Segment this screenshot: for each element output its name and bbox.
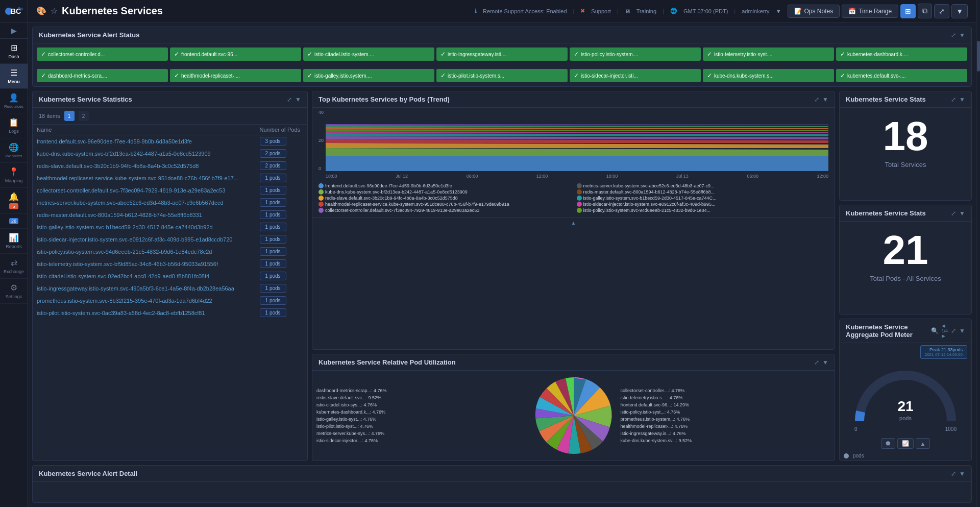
alert-item-6[interactable]: ✓kubernetes-dashboard.k.... (836, 47, 967, 61)
service-name-cell: istio-policy.istio-system.svc-94d6eeeb-2… (33, 246, 256, 258)
support-link[interactable]: Support (591, 8, 611, 14)
layout-button[interactable]: ⧉ (918, 4, 932, 18)
collapse-trend-icon[interactable]: ▼ (822, 96, 828, 103)
sidebar-item-reports[interactable]: 📊 Reports (0, 229, 28, 254)
total-services-panel: Kubernetes Service Stats ⤢ ▼ 18 Total Se… (839, 91, 972, 201)
expand-rel-icon[interactable]: ⤢ (814, 359, 819, 366)
service-name-link[interactable]: healthmodel-replicaset-service.kube-syst… (37, 175, 238, 181)
pods-badge: 1 pods (260, 247, 286, 256)
training-link[interactable]: Training (636, 8, 656, 14)
user-dropdown-icon[interactable]: ▼ (776, 8, 781, 14)
expand-button[interactable]: ⤢ (934, 4, 949, 18)
page-2-btn[interactable]: 2 (79, 111, 89, 121)
sidebar-item-websites[interactable]: 🌐 Websites (0, 138, 28, 163)
page-1-btn[interactable]: 1 (64, 111, 75, 121)
pie-label-r6: istio-ingressgateway.is...: 4.76% (621, 430, 831, 437)
gauge-expand-btn[interactable]: ▲ (916, 438, 930, 449)
alert-item-3[interactable]: ✓istio-ingressgateway.isti.... (436, 47, 568, 61)
sidebar-item-alerts[interactable]: 🔔 5 (0, 188, 28, 214)
header-actions: 📝 Ops Notes 📅 Time Range ⊞ ⧉ ⤢ ▼ (788, 4, 968, 18)
service-name-link[interactable]: redis-slave.default.svc-3b20c1b9-94fc-4b… (37, 163, 199, 169)
scrollbar-thumb[interactable] (977, 41, 980, 71)
search-icon[interactable]: 🔍 (931, 327, 939, 334)
rel-util-title: Kubernetes Service Relative Pod Utilizat… (318, 358, 456, 366)
topbar-left: 🎨 ☆ Kubernetes Services (36, 5, 163, 17)
svg-text:21: 21 (897, 398, 913, 414)
expand-trend-icon[interactable]: ⤢ (814, 96, 819, 103)
scrollbar[interactable] (976, 0, 980, 507)
expand-ad-icon[interactable]: ⤢ (951, 470, 956, 477)
service-name-cell: metrics-server.kube-system.svc-abce52c6-… (33, 197, 256, 209)
collapse-agg-icon[interactable]: ▼ (959, 327, 965, 334)
expand-tp-icon[interactable]: ⤢ (951, 210, 956, 217)
sidebar-item-mapping[interactable]: 📍 Mapping (0, 163, 28, 188)
alert-item-10[interactable]: ✓istio-pilot.istio-system.s... (436, 69, 568, 82)
sidebar-item-logs[interactable]: 📋 Logs (0, 113, 28, 138)
service-name-link[interactable]: collectorset-controller.default.svc-7f3e… (37, 187, 225, 194)
collapse-tp-icon[interactable]: ▼ (959, 210, 965, 217)
alert-item-7[interactable]: ✓dashboard-metrics-scra.... (37, 69, 168, 82)
service-name-link[interactable]: metrics-server.kube-system.svc-abce52c6-… (37, 200, 224, 206)
collapse-stats-icon[interactable]: ▼ (295, 96, 301, 103)
star-icon[interactable]: ☆ (51, 6, 58, 16)
alert-status-title: Kubernetes Service Alert Status (39, 31, 139, 39)
alert-item-4[interactable]: ✓istio-policy.istio-system.... (570, 47, 701, 61)
pods-cell: 1 pods (256, 295, 307, 307)
table-row: istio-ingressgateway.istio-system.svc-49… (33, 282, 307, 295)
relative-util-panel: Kubernetes Service Relative Pod Utilizat… (312, 354, 835, 461)
collapse-icon[interactable]: ▼ (959, 32, 965, 39)
alert-item-2[interactable]: ✓istio-citadel.istio-system.... (303, 47, 434, 61)
collapse-rel-icon[interactable]: ▼ (822, 359, 828, 366)
calendar-icon: 📅 (848, 8, 856, 15)
alert-item-12[interactable]: ✓kube-dns.kube-system.s... (703, 69, 834, 82)
chart-collapse-bar[interactable]: ▲ (312, 218, 835, 227)
service-name-link[interactable]: istio-pilot.istio-system.svc-0ac39a83-a5… (37, 310, 205, 316)
pods-cell: 2 pods (256, 160, 307, 172)
service-name-link[interactable]: istio-policy.istio-system.svc-94d6eeeb-2… (37, 249, 212, 255)
service-name-link[interactable]: frontend.default.svc-96e90dee-f7ee-4d59-… (37, 138, 192, 144)
table-row: istio-galley.istio-system.svc-b1becd59-2… (33, 221, 307, 233)
expand-icon[interactable]: ⤢ (951, 32, 956, 39)
alert-item-5[interactable]: ✓istio-telemetry.istio-syst.... (703, 47, 834, 61)
service-name-link[interactable]: istio-sidecar-injector.istio-system.svc-… (37, 236, 232, 243)
service-name-link[interactable]: istio-citadel.istio-system.svc-02ed2bc4-… (37, 273, 209, 279)
service-name-link[interactable]: prometheus.istio-system.svc-8b32f215-395… (37, 298, 212, 304)
expand-ts-icon[interactable]: ⤢ (951, 96, 956, 103)
legend-dot-0 (318, 183, 324, 188)
sidebar-item-menu[interactable]: ☰ Menu (0, 64, 28, 89)
service-name-link[interactable]: istio-telemetry.istio-system.svc-bf9d85a… (37, 261, 218, 267)
service-name-link[interactable]: redis-master.default.svc-800a1594-b612-4… (37, 212, 202, 218)
legend-item-2: redis-slave.default.svc-3b20c1b9-94fc-4b… (318, 195, 571, 201)
ops-notes-button[interactable]: 📝 Ops Notes (788, 5, 840, 18)
collapse-ad-icon[interactable]: ▼ (959, 470, 965, 477)
alert-item-1[interactable]: ✓frontend.default.svc-96... (170, 47, 301, 61)
sidebar-item-dash[interactable]: ⊞ Dash (0, 39, 28, 64)
gauge-chart-btn[interactable]: 📈 (897, 438, 914, 449)
sidebar-item-settings[interactable]: ⚙ Settings (0, 279, 28, 304)
time-range-button[interactable]: 📅 Time Range (842, 5, 898, 18)
expand-agg-icon[interactable]: ⤢ (951, 327, 956, 334)
grid-view-button[interactable]: ⊞ (900, 4, 916, 18)
alert-status-panel: Kubernetes Service Alert Status ⤢ ▼ ✓col… (32, 27, 972, 87)
more-options-button[interactable]: ▼ (951, 4, 968, 18)
alert-item-13[interactable]: ✓kubernetes.default.svc-.... (836, 69, 967, 82)
peak-label: Peak 21.33pods (925, 347, 963, 352)
alert-item-9[interactable]: ✓istio-galley.istio.system.... (303, 69, 434, 82)
alert-item-11[interactable]: ✓istio-sidecar-injector.isti... (570, 69, 701, 82)
alert-item-0[interactable]: ✓collectorset-controller.d... (37, 47, 168, 61)
alert-item-8[interactable]: ✓healthmodel-replicaset-.... (170, 69, 301, 82)
expand-stats-icon[interactable]: ⤢ (287, 96, 292, 103)
pie-label-r2: frontend.default.svc-96...: 14.29% (621, 401, 831, 408)
service-name-link[interactable]: kube-dns.kube-system.svc-bf2d13ea-b242-4… (37, 151, 211, 157)
sidebar-toggle[interactable]: ▶ (0, 22, 28, 39)
svg-marker-16 (326, 125, 828, 127)
service-name-link[interactable]: istio-galley.istio-system.svc-b1becd59-2… (37, 224, 213, 230)
sidebar-item-exchange[interactable]: ⇄ Exchange (0, 254, 28, 279)
rel-util-header: Kubernetes Service Relative Pod Utilizat… (312, 354, 835, 371)
sidebar-item-resources[interactable]: 👤 Resources (0, 89, 28, 113)
legend-dot-7 (577, 196, 582, 201)
collapse-ts-icon[interactable]: ▼ (959, 96, 965, 103)
service-name-link[interactable]: istio-ingressgateway.istio-system.svc-49… (37, 285, 234, 292)
sidebar-item-alerts-count[interactable]: 26 (0, 214, 28, 229)
gauge-line-btn[interactable]: ⬟ (881, 438, 895, 449)
